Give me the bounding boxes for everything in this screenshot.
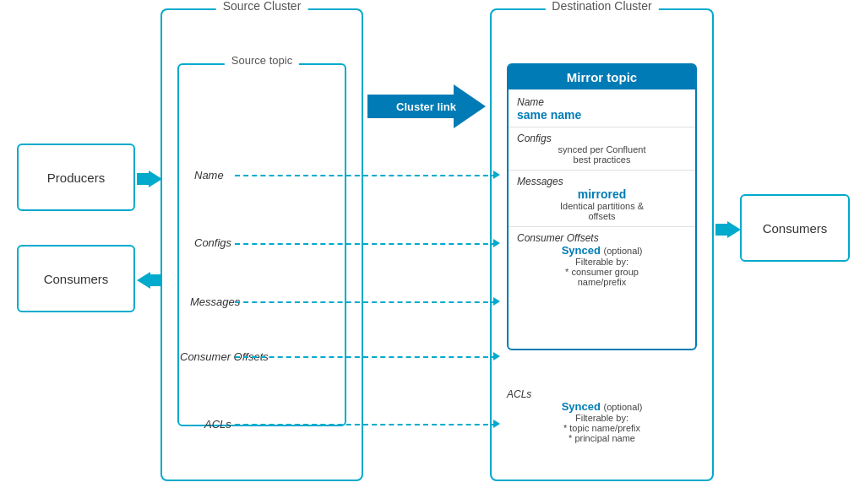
mirror-consumer-offsets-row: Consumer Offsets Synced (optional) Filte…: [509, 227, 695, 292]
cluster-link-arrow: Cluster link: [365, 81, 487, 132]
acl-sub: Filterable by:* topic name/prefix* princ…: [507, 413, 697, 443]
source-messages-label: Messages: [190, 295, 240, 308]
mirror-consumer-offsets-label: Consumer Offsets: [517, 232, 687, 244]
producers-arrow: [137, 171, 162, 187]
mirror-messages-main: mirrored: [517, 187, 687, 201]
destination-cluster-label: Destination Cluster: [545, 0, 658, 13]
source-acls-label: ACLs: [204, 418, 231, 431]
source-name-label: Name: [194, 169, 224, 182]
producers-arrow-head: [149, 171, 162, 187]
consumers-left-box: Consumers: [17, 245, 135, 312]
diagram: Source Cluster Destination Cluster Sourc…: [0, 0, 865, 504]
mirror-messages-sub: Identical partitions &offsets: [517, 201, 687, 221]
dashed-consumer-offsets: [235, 356, 497, 358]
consumers-right-arrow-body: [715, 224, 727, 236]
dashed-messages: [235, 301, 497, 303]
mirror-messages-row: Messages mirrored Identical partitions &…: [509, 171, 695, 227]
mirror-topic-box: Mirror topic Name same name Configs sync…: [507, 63, 697, 350]
consumers-right-arrowhead: [727, 221, 741, 238]
mirror-consumer-offsets-sub: Filterable by:* consumer groupname/prefi…: [517, 257, 687, 287]
mirror-consumer-offsets-main: Synced (optional): [517, 244, 687, 257]
producers-label: Producers: [47, 171, 105, 185]
mirror-topic-header: Mirror topic: [509, 65, 695, 89]
source-cluster-label: Source Cluster: [216, 0, 308, 13]
source-topic-label: Source topic: [225, 54, 299, 67]
cluster-link-shape: Cluster link: [367, 84, 486, 128]
dashed-acls: [235, 424, 497, 425]
acl-section: ACLs Synced (optional) Filterable by:* t…: [507, 388, 697, 443]
mirror-configs-row: Configs synced per Confluentbest practic…: [509, 127, 695, 171]
cluster-link-label: Cluster link: [396, 100, 456, 113]
mirror-configs-label: Configs: [517, 133, 687, 144]
consumers-left-arrowhead: [137, 272, 150, 289]
mirror-configs-sub: synced per Confluentbest practices: [517, 144, 687, 165]
dashed-consumer-offsets-arrow: [493, 352, 500, 360]
dashed-acls-arrow: [493, 420, 500, 428]
consumers-left-arrow: [137, 272, 162, 289]
consumers-right-arrow: [715, 221, 741, 238]
mirror-messages-label: Messages: [517, 176, 687, 187]
mirror-name-main: same name: [517, 108, 687, 122]
cluster-link-arrowhead: [454, 84, 486, 128]
dashed-name-arrow: [493, 171, 500, 179]
producers-arrow-body: [137, 173, 149, 185]
acl-synced: Synced (optional): [507, 400, 697, 413]
dashed-messages-arrow: [493, 297, 500, 306]
consumers-right-box: Consumers: [740, 194, 850, 262]
mirror-name-label: Name: [517, 96, 687, 108]
producers-box: Producers: [17, 144, 135, 211]
consumers-left-label: Consumers: [44, 272, 109, 286]
dashed-configs: [235, 243, 497, 245]
consumers-left-arrow-body: [150, 274, 162, 286]
mirror-name-row: Name same name: [509, 89, 695, 127]
source-configs-label: Configs: [194, 236, 231, 249]
dashed-configs-arrow: [493, 239, 500, 247]
acl-label: ACLs: [507, 388, 697, 400]
consumers-right-label: Consumers: [763, 221, 828, 236]
dashed-name: [235, 175, 497, 176]
